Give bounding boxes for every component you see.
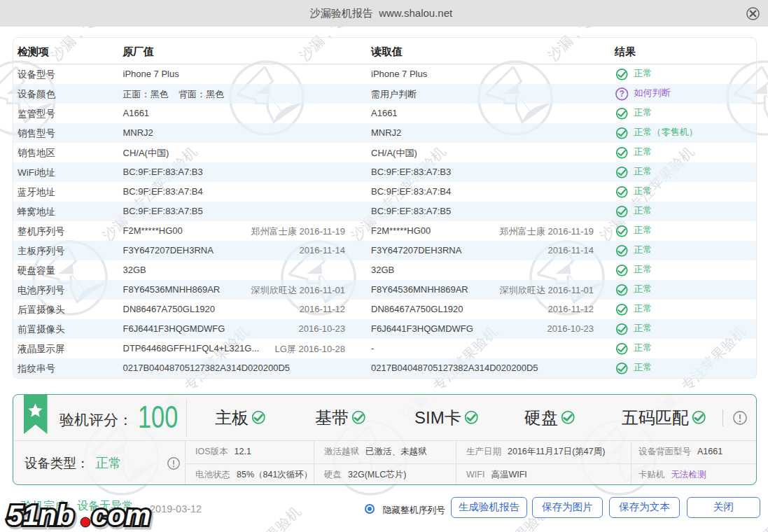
svg-text:?: ? [620,89,624,99]
svg-text:com: com [92,499,151,531]
svg-text:51nb: 51nb [7,499,74,531]
